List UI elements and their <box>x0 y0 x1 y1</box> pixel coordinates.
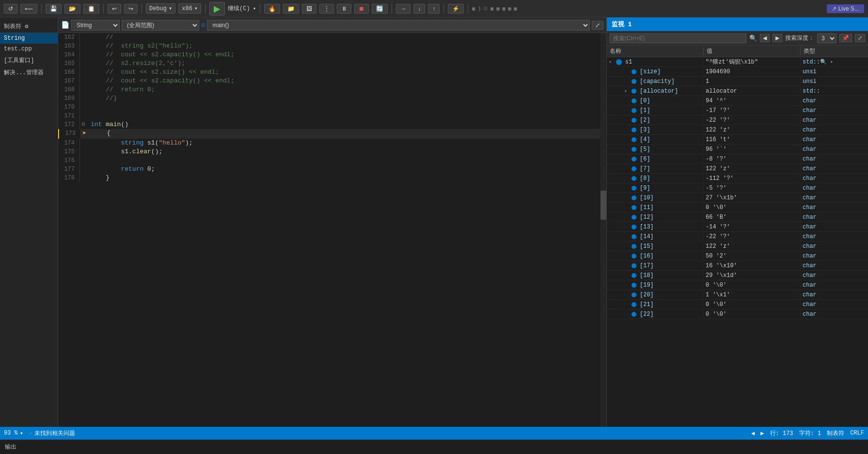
code-content[interactable]: 162 // 163 // string s2("hello"); 164 //… <box>58 33 600 427</box>
arch-chevron-icon: ▾ <box>194 5 198 12</box>
continue-btn[interactable]: ▶ <box>209 2 225 16</box>
search-depth-label: 搜索深度： <box>785 34 814 42</box>
sidebar-item-tool-label: [工具窗口] <box>4 56 34 65</box>
sep5 <box>260 4 260 14</box>
watch-row-7[interactable]: [3]122 'z'char <box>607 125 868 135</box>
watch-row-2[interactable]: [capacity]1unsi <box>607 77 868 86</box>
arch-dropdown[interactable]: x86 ▾ <box>178 3 201 14</box>
watch-row-25[interactable]: [21]0 '\0'char <box>607 300 868 309</box>
zoom-status[interactable]: 93 % ▾ <box>4 430 23 437</box>
watch-row-21[interactable]: [17]16 '\x10'char <box>607 261 868 271</box>
watch-row-16[interactable]: [12]66 'B'char <box>607 212 868 222</box>
sidebar-item-resolve[interactable]: 解决...管理器 <box>0 66 58 79</box>
watch-row-12[interactable]: [8]-112 '?'char <box>607 174 868 183</box>
watch-panel: 监视 1 🔍 ◀ ▶ 搜索深度： 3 📌 ⤢ 名称 值 类型 ▾s1"^猥zt'… <box>606 17 868 427</box>
watch-row-8[interactable]: [4]116 't'char <box>607 135 868 145</box>
sidebar-item-test-cpp[interactable]: test.cpp <box>0 44 58 54</box>
minimap[interactable] <box>600 33 606 427</box>
sidebar-item-tool-window[interactable]: [工具窗口] <box>0 54 58 66</box>
watch-expand-btn[interactable]: ⤢ <box>855 34 865 42</box>
output-bar[interactable]: 输出 <box>0 439 868 454</box>
watch-row-19[interactable]: [15]122 'z'char <box>607 242 868 251</box>
watch-row-22[interactable]: [18]29 '\x1d'char <box>607 271 868 280</box>
step-over-btn[interactable]: → <box>396 4 410 14</box>
watch-row-18[interactable]: [14]-22 '?'char <box>607 232 868 242</box>
save-btn[interactable]: 💾 <box>46 4 62 14</box>
save-all-btn[interactable]: 📋 <box>83 4 99 14</box>
restart-btn[interactable]: 🔄 <box>372 4 388 14</box>
minimap-thumb[interactable] <box>600 191 606 220</box>
watch-rows[interactable]: ▾s1"^猥zt'锔猊\x1b"std::🔍 ▾[size]1904690uns… <box>607 57 868 427</box>
function-dropdown[interactable]: main() <box>207 20 590 31</box>
sidebar-item-test-label: test.cpp <box>4 46 32 52</box>
watch-search-input[interactable] <box>610 33 746 43</box>
db-icon-25 <box>631 302 636 307</box>
redo-btn[interactable]: ↪ <box>124 4 138 14</box>
watch-row-type-4: char <box>801 97 868 104</box>
watch-row-value-18: -22 '?' <box>704 233 801 240</box>
watch-row-15[interactable]: [11]0 '\0'char <box>607 203 868 212</box>
watch-row-value-9: 96 '`' <box>704 146 801 153</box>
watch-row-value-0: "^猥zt'锔猊\x1b" <box>704 58 801 66</box>
stop-btn[interactable]: ⏹ <box>354 4 369 14</box>
step-into-btn[interactable]: ↓ <box>413 4 425 14</box>
continue-chevron: ▾ <box>253 5 256 12</box>
watch-row-24[interactable]: [20]1 '\x1'char <box>607 290 868 300</box>
back-btn[interactable]: ⟵ <box>20 4 37 14</box>
watch-row-5[interactable]: [1]-17 '?'char <box>607 106 868 115</box>
watch-row-value-22: 29 '\x1d' <box>704 272 801 279</box>
watch-row-9[interactable]: [5]96 '`'char <box>607 145 868 154</box>
file-dropdown[interactable]: String <box>71 20 120 31</box>
toolbar-right: ↗ Live S... <box>827 4 864 13</box>
db-icon-16 <box>631 215 636 220</box>
more-tools-btn[interactable]: ⚡ <box>448 4 464 14</box>
refresh-btn[interactable]: ↺ <box>4 4 17 14</box>
expand-icon-0[interactable]: ▾ <box>609 59 615 65</box>
continue-label: 继续(C) <box>228 4 250 13</box>
watch-row-26[interactable]: [22]0 '\0'char <box>607 309 868 319</box>
watch-row-name-12: [8] <box>607 175 704 182</box>
watch-row-value-13: -5 '?' <box>704 185 801 192</box>
expand-btn[interactable]: ⤢ <box>592 21 603 30</box>
search-depth-select[interactable]: 3 <box>817 33 836 43</box>
screenshot-btn[interactable]: 🖼 <box>302 4 316 14</box>
expand-icon-3[interactable]: ▾ <box>624 88 630 94</box>
watch-row-0[interactable]: ▾s1"^猥zt'锔猊\x1b"std::🔍 ▾ <box>607 57 868 67</box>
scope-dropdown[interactable]: (全局范围) <box>122 20 199 31</box>
search-prev-btn[interactable]: ◀ <box>760 34 770 42</box>
watch-row-20[interactable]: [16]50 '2'char <box>607 251 868 261</box>
watch-pin-btn[interactable]: 📌 <box>839 34 852 42</box>
sidebar-item-string[interactable]: String <box>0 33 58 44</box>
fire-btn[interactable]: 🔥 <box>264 4 280 14</box>
watch-name-text-17: [13] <box>640 224 654 230</box>
watch-row-1[interactable]: [size]1904690unsi <box>607 67 868 77</box>
undo-btn[interactable]: ↩ <box>108 4 121 14</box>
live-share-btn[interactable]: ↗ Live S... <box>827 4 864 13</box>
watch-name-text-26: [22] <box>640 311 654 318</box>
sep2 <box>103 4 104 14</box>
watch-row-10[interactable]: [6]-8 '?'char <box>607 154 868 164</box>
scroll-left[interactable]: ◀ <box>751 430 755 437</box>
watch-row-type-8: char <box>801 136 868 143</box>
step-out-btn[interactable]: ↑ <box>428 4 440 14</box>
watch-row-3[interactable]: ▾[allocator]allocatorstd:: <box>607 86 868 96</box>
watch-row-13[interactable]: [9]-5 '?'char <box>607 183 868 193</box>
folder-btn[interactable]: 📁 <box>283 4 299 14</box>
open-btn[interactable]: 📂 <box>64 4 80 14</box>
dots-btn[interactable]: ⋮ <box>319 4 334 14</box>
watch-row-6[interactable]: [2]-22 '?'char <box>607 115 868 125</box>
search-next-btn[interactable]: ▶ <box>773 34 782 42</box>
watch-row-type-19: char <box>801 243 868 250</box>
watch-row-search-icon-0[interactable]: 🔍 ▾ <box>820 59 835 65</box>
watch-name-text-15: [11] <box>640 204 654 211</box>
debug-dropdown[interactable]: Debug ▾ <box>146 3 175 14</box>
watch-name-text-20: [16] <box>640 253 654 259</box>
watch-row-4[interactable]: [0]94 '^'char <box>607 96 868 106</box>
watch-row-17[interactable]: [13]-14 '?'char <box>607 222 868 232</box>
scroll-right[interactable]: ▶ <box>760 430 764 437</box>
pause-btn[interactable]: ⏸ <box>337 4 351 14</box>
watch-row-11[interactable]: [7]122 'z'char <box>607 164 868 174</box>
watch-row-type-18: char <box>801 233 868 240</box>
watch-row-23[interactable]: [19]0 '\0'char <box>607 280 868 290</box>
watch-row-14[interactable]: [10]27 '\x1b'char <box>607 193 868 203</box>
